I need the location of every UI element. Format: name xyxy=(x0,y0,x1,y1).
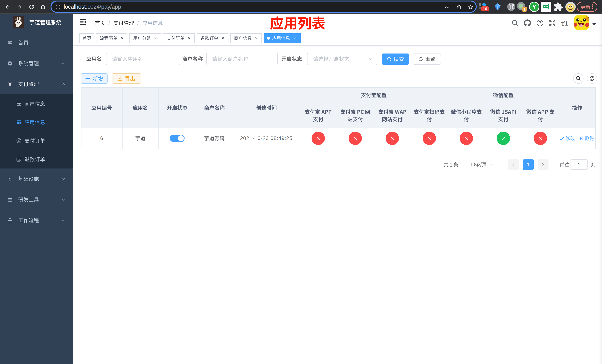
svg-text:10: 10 xyxy=(483,7,487,11)
svg-text:1: 1 xyxy=(523,7,526,11)
